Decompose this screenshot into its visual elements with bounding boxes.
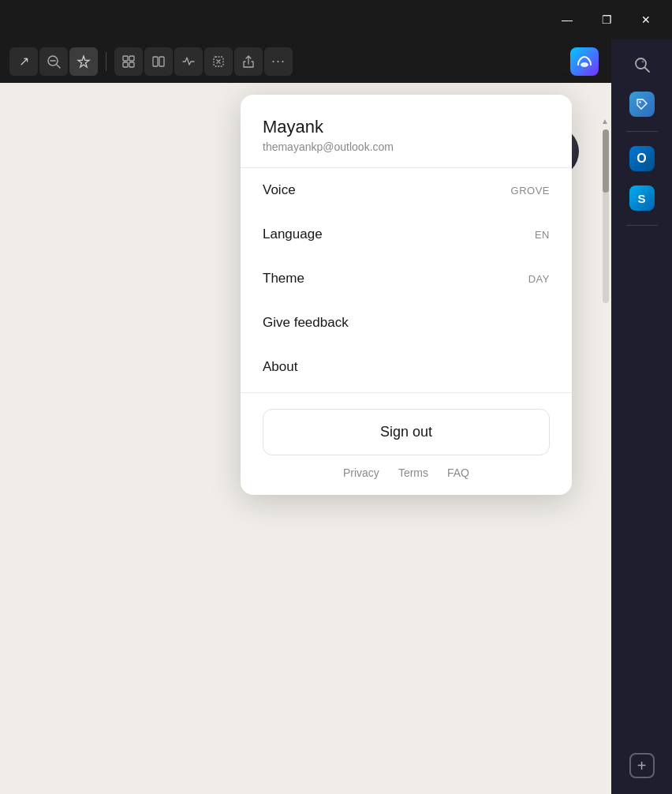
svg-rect-6 <box>129 62 134 67</box>
voice-menu-item[interactable]: Voice GROVE <box>263 168 550 212</box>
screenshot-button[interactable] <box>204 47 233 76</box>
language-menu-item[interactable]: Language EN <box>263 212 550 257</box>
theme-value: DAY <box>528 273 550 285</box>
profile-email: themayankp@outlook.com <box>263 140 550 153</box>
popup-footer: Privacy Terms FAQ <box>263 466 550 479</box>
share-button[interactable] <box>234 47 263 76</box>
about-label: About <box>263 359 297 375</box>
sidebar: O S + <box>611 39 672 794</box>
scrollbar-thumb[interactable] <box>603 129 609 193</box>
add-icon: + <box>637 757 647 775</box>
scroll-up-arrow[interactable]: ▲ <box>599 114 611 127</box>
sidebar-divider-1 <box>626 131 658 132</box>
sidebar-add-button[interactable]: + <box>629 753 655 778</box>
sidebar-divider-2 <box>626 225 658 226</box>
sidebar-tag-button[interactable] <box>625 87 659 122</box>
split-view-button[interactable] <box>144 47 173 76</box>
sign-out-button[interactable]: Sign out <box>263 409 550 455</box>
more-button[interactable]: ··· <box>264 47 293 76</box>
privacy-link[interactable]: Privacy <box>343 466 379 479</box>
title-bar: — ❐ ✕ <box>0 0 672 39</box>
toolbar: ↗ <box>0 39 611 83</box>
svg-line-1 <box>57 65 60 68</box>
sidebar-outlook-button[interactable]: O <box>625 141 659 176</box>
feedback-label: Give feedback <box>263 315 349 331</box>
zoom-out-button[interactable] <box>39 47 68 76</box>
open-tab-button[interactable]: ↗ <box>9 47 38 76</box>
profile-popup: Mayank themayankp@outlook.com Voice GROV… <box>241 95 572 495</box>
svg-rect-8 <box>159 57 164 66</box>
restore-button[interactable]: ❐ <box>588 8 625 32</box>
copilot-button[interactable] <box>567 44 602 79</box>
minimize-button[interactable]: — <box>549 8 585 32</box>
heart-monitor-button[interactable] <box>174 47 203 76</box>
toolbar-nav-group: ↗ <box>9 47 98 76</box>
voice-value: GROVE <box>511 185 550 197</box>
sidebar-skype-button[interactable]: S <box>625 181 659 215</box>
close-button[interactable]: ✕ <box>628 8 664 32</box>
extensions-button[interactable] <box>114 47 143 76</box>
svg-point-14 <box>641 61 644 63</box>
about-menu-item[interactable]: About <box>263 345 550 389</box>
feedback-menu-item[interactable]: Give feedback <box>263 301 550 345</box>
scrollbar-track <box>603 129 609 303</box>
svg-line-13 <box>644 68 649 73</box>
toolbar-divider-1 <box>106 52 106 71</box>
voice-label: Voice <box>263 182 296 198</box>
svg-rect-7 <box>153 57 158 66</box>
faq-link[interactable]: FAQ <box>447 466 469 479</box>
terms-link[interactable]: Terms <box>398 466 428 479</box>
favorite-button[interactable] <box>69 47 98 76</box>
svg-rect-5 <box>123 62 128 67</box>
svg-rect-4 <box>129 56 134 61</box>
svg-point-11 <box>581 62 588 67</box>
toolbar-tools-group: ··· <box>114 47 293 76</box>
svg-rect-10 <box>570 47 599 76</box>
window-controls: — ❐ ✕ <box>549 8 664 32</box>
profile-name: Mayank <box>263 117 550 137</box>
language-label: Language <box>263 227 323 242</box>
svg-point-15 <box>639 101 640 103</box>
language-value: EN <box>535 229 550 241</box>
divider-2 <box>241 392 572 393</box>
theme-menu-item[interactable]: Theme DAY <box>263 257 550 301</box>
svg-rect-3 <box>123 56 128 61</box>
sidebar-search-button[interactable] <box>625 47 659 82</box>
theme-label: Theme <box>263 271 304 287</box>
